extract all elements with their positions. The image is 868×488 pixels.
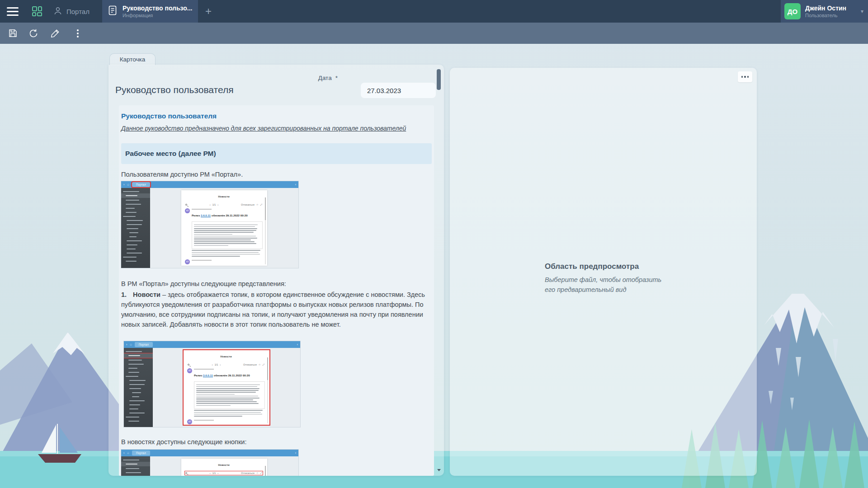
user-avatar: ДО xyxy=(784,3,801,19)
mini-feed-toolbar: ‹1/1› Отписаться☆⤢ xyxy=(185,203,263,206)
user-menu[interactable]: ДО Джейн Остин Пользователь ▾ xyxy=(781,0,868,23)
mini-post-1: АП Релиз 3.6.0.11 обновлён 29.11.2022 00… xyxy=(187,368,265,418)
mini-sidebar xyxy=(121,188,150,268)
tab-title: Руководство пользо... xyxy=(123,5,193,12)
new-tab-button[interactable]: + xyxy=(198,0,219,23)
hamburger-menu-button[interactable] xyxy=(0,0,25,23)
mini-portal-button: Портал xyxy=(132,450,150,455)
scrollbar-down-arrow[interactable] xyxy=(437,469,441,471)
mini-feed-toolbar-highlighted: ‹1/1› Отписаться☆⤢ xyxy=(185,471,263,475)
preview-title: Область предпросмотра xyxy=(545,262,689,271)
preview-panel: Область предпросмотра Выберите файл, что… xyxy=(450,68,757,476)
doc-section-box: Рабочее место (далее РМ) xyxy=(121,143,432,164)
doc-paragraph: В новостях доступны следующие кнопки: xyxy=(121,437,432,447)
top-app-bar: Портал Руководство пользо... Информация … xyxy=(0,0,868,23)
embedded-screenshot-news-buttons[interactable]: › ☆ Портал ‹ Новости ‹1/1› Отписаться☆⤢ xyxy=(121,450,298,476)
date-input[interactable] xyxy=(361,83,436,98)
doc-paragraph: В РМ «Портал» доступны следующие предста… xyxy=(121,279,432,289)
edit-pencil-button[interactable] xyxy=(50,28,61,39)
mini-topbar: › ☆ Портал ‹ xyxy=(121,450,298,456)
mini-main-area: Новости ‹1/1› Отписаться☆⤢ АП Релиз 3.6.… xyxy=(150,188,298,268)
user-name: Джейн Остин xyxy=(805,5,846,12)
embedded-screenshot-portal-overview[interactable]: › ☆ Портал ‹ Новости ‹1/1› Отписаться☆⤢ xyxy=(121,181,298,268)
workspace-portal[interactable]: Портал xyxy=(49,0,102,23)
mini-post-2: АП Релиз 3.6.0 обновлен 10.11.2022 20:00 xyxy=(187,419,265,425)
document-icon xyxy=(108,5,118,18)
mini-scrollbar xyxy=(265,197,266,264)
mini-sidebar xyxy=(121,456,150,476)
mini-portal-button: Портал xyxy=(132,182,150,187)
card-scrollbar[interactable] xyxy=(437,68,441,472)
embedded-screenshot-news-view[interactable]: › ☆ Портал ‹ Новости ‹1/1› Отписаться☆⤢ xyxy=(124,341,300,427)
open-tab-user-guide[interactable]: Руководство пользо... Информация xyxy=(102,0,198,23)
mini-scrollbar xyxy=(267,357,268,423)
preview-hint: Выберите файл, чтобы отобразить его пред… xyxy=(545,275,665,295)
mini-sidebar xyxy=(124,348,153,427)
mini-main-area: Новости ‹1/1› Отписаться☆⤢ АП Релиз 3.6.… xyxy=(153,348,300,427)
mini-topbar: › ☆ Портал ‹ xyxy=(124,341,300,348)
chevron-down-icon: ▾ xyxy=(861,8,863,14)
doc-paragraph: Пользователям доступно РМ «Портал». xyxy=(121,169,432,179)
date-field-label: Дата* xyxy=(318,75,338,81)
doc-list-item: 1.Новости – здесь отображается топик, в … xyxy=(121,290,432,329)
mini-search-icon xyxy=(188,364,189,366)
mini-search-icon xyxy=(185,472,187,474)
tab-card[interactable]: Карточка xyxy=(109,53,156,65)
mini-portal-button: Портал xyxy=(135,342,153,347)
action-toolbar xyxy=(0,23,868,44)
mini-search-icon xyxy=(185,204,187,206)
more-actions-kebab-button[interactable] xyxy=(72,28,83,39)
required-asterisk: * xyxy=(335,75,338,81)
mini-scrollbar xyxy=(265,466,266,476)
mini-feed-toolbar: ‹1/1› Отписаться☆⤢ xyxy=(187,363,265,366)
scrollbar-thumb[interactable] xyxy=(437,69,441,90)
save-button[interactable] xyxy=(7,28,18,39)
mini-news-feed: Новости ‹1/1› Отписаться☆⤢ АП Релиз 3.6.… xyxy=(181,190,267,266)
refresh-button[interactable] xyxy=(28,28,39,39)
mini-news-feed-highlighted: Новости ‹1/1› Отписаться☆⤢ АП Релиз 3.6.… xyxy=(184,350,269,425)
record-card-panel: Руководство пользователя Дата* Руководст… xyxy=(108,65,444,476)
doc-heading: Руководство пользователя xyxy=(121,111,432,121)
mini-news-feed: Новости ‹1/1› Отписаться☆⤢ АП Релиз 3.6.… xyxy=(181,459,267,476)
mini-post-2: АП Релиз 3.6.0 обновлен 10.11.2022 20:00 xyxy=(185,259,263,266)
mini-post-1: АП Релиз 3.6.0.11 обновлён 29.11.2022 00… xyxy=(185,208,263,258)
person-icon xyxy=(53,6,62,17)
document-body: Руководство пользователя Данное руководс… xyxy=(119,105,434,476)
mini-main-area: Новости ‹1/1› Отписаться☆⤢ АП Релиз 3.6.… xyxy=(150,456,298,476)
mini-topbar: › ☆ Портал ‹ xyxy=(121,181,298,188)
workspace-label: Портал xyxy=(66,8,90,15)
user-role: Пользователь xyxy=(805,13,846,18)
preview-more-kebab-button[interactable] xyxy=(738,71,752,82)
page-title: Руководство пользователя xyxy=(115,84,234,95)
doc-subheading: Данное руководство предназначено для все… xyxy=(121,123,432,133)
workspaces-grid-icon[interactable] xyxy=(25,0,49,23)
tab-subtitle: Информация xyxy=(123,13,193,18)
